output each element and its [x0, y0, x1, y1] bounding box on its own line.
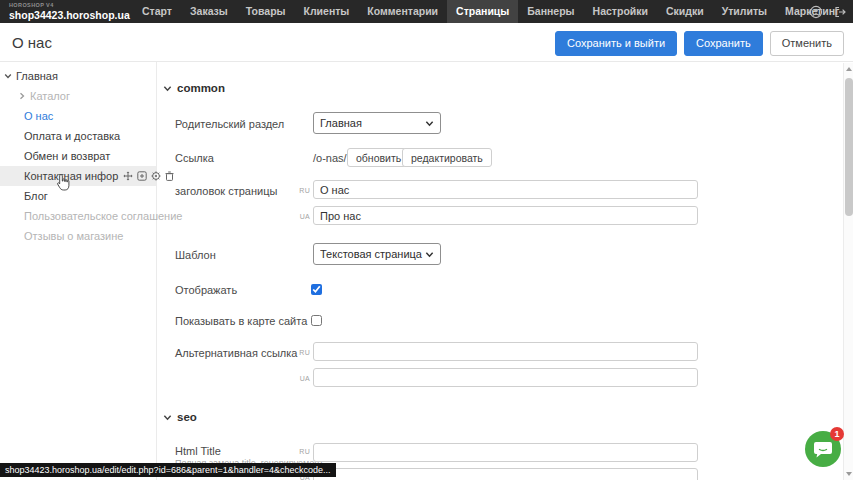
- add-subpage-icon[interactable]: [137, 171, 147, 181]
- display-label: Отображать: [175, 284, 237, 296]
- ru-lang-badge: RU: [294, 349, 310, 356]
- menu-item-seo[interactable]: Seo: [848, 0, 853, 23]
- tree-item-label: Блог: [24, 190, 48, 202]
- link-update-button[interactable]: обновить: [347, 148, 410, 167]
- ru-lang-badge: RU: [294, 448, 310, 455]
- section-seo-label: seo: [177, 411, 197, 423]
- ua-lang-badge: UA: [294, 375, 310, 382]
- account-icon[interactable]: [809, 5, 823, 19]
- menu-item-settings[interactable]: Настройки: [584, 0, 657, 23]
- parent-section-label: Родительский раздел: [175, 118, 284, 130]
- template-value: Текстовая страница: [320, 248, 425, 260]
- tree-item-glavnaya[interactable]: Главная: [0, 66, 156, 86]
- sitemap-label: Показывать в карте сайта: [175, 315, 307, 327]
- tree-item-blog[interactable]: Блог: [0, 186, 156, 206]
- page-title-ua-input[interactable]: [313, 206, 698, 225]
- menu-item-clients[interactable]: Клиенты: [295, 0, 359, 23]
- page-title-field-label: заголовок страницы: [175, 185, 277, 197]
- html-title-ru-input[interactable]: [313, 443, 698, 462]
- scroll-down-arrow[interactable]: [846, 472, 852, 476]
- save-and-exit-button[interactable]: Сохранить и выйти: [555, 31, 677, 56]
- tree-item-oplata-i-dostavka[interactable]: Оплата и доставка: [0, 126, 156, 146]
- pages-tree: Главная Каталог О нас Оплата и доставка …: [0, 66, 156, 246]
- topbar-icon-group: [809, 0, 847, 23]
- link-preview-statusbar: shop34423.horoshop.ua/edit/edit.php?id=6…: [0, 463, 336, 477]
- tree-item-label: Обмен и возврат: [24, 150, 110, 162]
- menu-item-banners[interactable]: Баннеры: [518, 0, 583, 23]
- tree-row-actions: [123, 171, 174, 181]
- tree-item-label: О нас: [24, 110, 53, 122]
- chevron-down-icon: [4, 72, 12, 80]
- chevron-down-icon: [163, 413, 172, 422]
- tree-item-katalog[interactable]: Каталог: [0, 86, 156, 106]
- section-seo-header[interactable]: seo: [163, 411, 197, 423]
- sitemap-checkbox[interactable]: [311, 315, 322, 326]
- tree-item-label: Отзывы о магазине: [24, 230, 123, 242]
- brand-version-label: HOROSHOP V4: [9, 3, 133, 9]
- template-label: Шаблон: [175, 249, 216, 261]
- tree-item-label: Каталог: [30, 90, 70, 102]
- scroll-up-arrow[interactable]: [846, 67, 852, 71]
- section-common-header[interactable]: common: [163, 82, 225, 94]
- tree-item-otzyvy-o-magazine[interactable]: Отзывы о магазине: [0, 226, 156, 246]
- logout-icon[interactable]: [833, 5, 847, 19]
- settings-gear-icon[interactable]: [151, 171, 161, 181]
- top-navigation-bar: HOROSHOP V4 shop34423.horoshop.ua Старт …: [0, 0, 853, 23]
- tree-item-polzovatelskoe-soglashenie[interactable]: Пользовательское соглашение: [0, 206, 156, 226]
- scrollbar-thumb[interactable]: [845, 78, 853, 216]
- tree-item-kontaktnaya-informaciya[interactable]: Контактная инфор: [0, 166, 156, 186]
- chat-unread-badge: 1: [830, 427, 844, 441]
- alt-link-ru-input[interactable]: [313, 342, 698, 361]
- menu-item-comments[interactable]: Комментарии: [358, 0, 447, 23]
- chevron-down-icon: [163, 84, 172, 93]
- section-common-label: common: [177, 82, 225, 94]
- tree-item-label: Оплата и доставка: [24, 130, 120, 142]
- menu-item-orders[interactable]: Заказы: [181, 0, 237, 23]
- parent-section-value: Главная: [320, 117, 425, 129]
- drag-move-icon[interactable]: [123, 171, 133, 181]
- header-actions: Сохранить и выйти Сохранить Отменить: [555, 31, 844, 56]
- menu-item-start[interactable]: Старт: [133, 0, 181, 23]
- tree-item-o-nas[interactable]: О нас: [0, 106, 156, 126]
- menu-item-utilities[interactable]: Утилиты: [713, 0, 776, 23]
- display-checkbox[interactable]: [311, 284, 322, 295]
- parent-section-select[interactable]: Главная: [313, 112, 441, 134]
- menu-item-discounts[interactable]: Скидки: [657, 0, 713, 23]
- chevron-down-icon: [425, 119, 434, 128]
- tree-item-label: Контактная инфор: [24, 170, 118, 182]
- chevron-down-icon: [425, 250, 434, 259]
- tree-item-obmen-i-vozvrat[interactable]: Обмен и возврат: [0, 146, 156, 166]
- vertical-scrollbar[interactable]: [843, 63, 853, 480]
- brand-domain-label: shop34423.horoshop.ua: [9, 10, 133, 21]
- template-select[interactable]: Текстовая страница: [313, 243, 441, 265]
- support-chat-widget[interactable]: 1: [805, 431, 841, 467]
- html-title-label: Html Title: [175, 445, 221, 457]
- link-label: Ссылка: [175, 152, 214, 164]
- html-title-ua-input[interactable]: [313, 468, 698, 480]
- ru-lang-badge: RU: [294, 187, 310, 194]
- main-menu: Старт Заказы Товары Клиенты Комментарии …: [133, 0, 853, 23]
- page-edit-form: common Родительский раздел Главная Ссылк…: [158, 62, 843, 480]
- alt-link-label: Альтернативная ссылка: [175, 347, 297, 359]
- tree-item-label: Пользовательское соглашение: [24, 210, 182, 222]
- delete-trash-icon[interactable]: [165, 171, 174, 181]
- alt-link-ua-input[interactable]: [313, 368, 698, 387]
- menu-item-products[interactable]: Товары: [237, 0, 295, 23]
- link-edit-button[interactable]: редактировать: [402, 148, 492, 167]
- save-button[interactable]: Сохранить: [684, 31, 763, 56]
- page-title-ru-input[interactable]: [313, 180, 698, 199]
- cancel-button[interactable]: Отменить: [770, 31, 844, 56]
- menu-item-pages[interactable]: Страницы: [447, 0, 518, 23]
- pages-tree-sidebar: Главная Каталог О нас Оплата и доставка …: [0, 62, 157, 480]
- page-title: О нас: [12, 34, 52, 51]
- ua-lang-badge: UA: [294, 213, 310, 220]
- brand-logo[interactable]: HOROSHOP V4 shop34423.horoshop.ua: [9, 3, 133, 20]
- page-header: О нас Сохранить и выйти Сохранить Отмени…: [0, 23, 853, 62]
- chevron-right-icon: [18, 92, 26, 100]
- link-value: /o-nas/: [313, 152, 347, 164]
- tree-item-label: Главная: [16, 70, 58, 82]
